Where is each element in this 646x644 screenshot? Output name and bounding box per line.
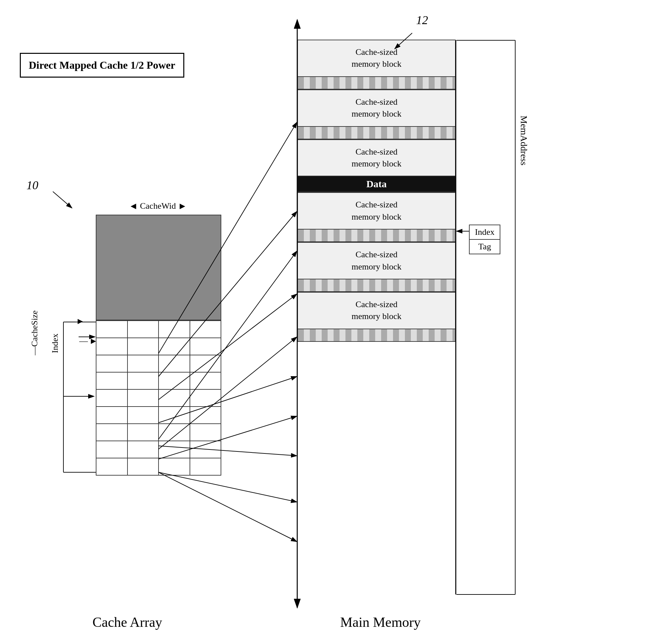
index-label-left: Index (50, 334, 60, 353)
cache-array-label: Cache Array (93, 614, 162, 630)
main-memory-label: Main Memory (340, 614, 421, 630)
cache-cell (128, 355, 159, 372)
annotation-12: 12 (416, 13, 428, 27)
svg-line-3 (53, 192, 72, 208)
cache-cell (159, 355, 190, 372)
cache-cell (128, 424, 159, 441)
index-tag-box: Index Tag (469, 225, 500, 254)
cache-cell (128, 407, 159, 423)
memory-segment-text: Cache-sizedmemory block (297, 192, 456, 229)
cache-cell (128, 372, 159, 389)
cache-cell (96, 321, 128, 337)
cache-wid-label: ◄ CacheWid ► (129, 201, 187, 211)
memory-stripe-bar (297, 229, 456, 242)
memory-segment: Cache-sizedmemory block (297, 192, 456, 242)
cache-cell (96, 458, 128, 475)
cache-cell (159, 390, 190, 406)
cache-cell (128, 441, 159, 458)
cache-row (96, 372, 221, 389)
title-text: Direct Mapped Cache 1/2 Power (29, 59, 175, 71)
memory-data-bar: Data (297, 176, 456, 192)
title-box: Direct Mapped Cache 1/2 Power (20, 53, 184, 78)
cache-cell (190, 372, 221, 389)
memory-segment: Cache-sizedmemory block (297, 292, 456, 342)
cache-row (96, 441, 221, 458)
cache-cell (128, 321, 159, 337)
memory-stripe-bar (297, 280, 456, 292)
cache-cell (190, 390, 221, 406)
memory-segment-text: Cache-sizedmemory block (297, 242, 456, 280)
cache-cell (190, 441, 221, 458)
memory-segment-text: Cache-sizedmemory block (297, 40, 456, 77)
cache-row (96, 406, 221, 423)
cache-cell (128, 390, 159, 406)
cache-cell (96, 424, 128, 441)
memory-segment: Cache-sizedmemory block (297, 242, 456, 292)
cache-cell (159, 321, 190, 337)
cache-cell (159, 424, 190, 441)
memory-stripe-bar (297, 77, 456, 90)
cache-cell (190, 458, 221, 475)
cache-row (96, 458, 221, 475)
memory-segment-text: Cache-sizedmemory block (297, 139, 456, 177)
diagram-container: Direct Mapped Cache 1/2 Power 12 10 ◄ Ca… (0, 0, 646, 644)
cache-cell (159, 338, 190, 355)
index-box: Index (469, 225, 500, 240)
cache-cell (190, 407, 221, 423)
main-memory-wrapper: Cache-sizedmemory blockCache-sizedmemory… (297, 40, 456, 342)
cache-size-label: —CacheSize (30, 310, 40, 355)
memory-segment-text: Cache-sizedmemory block (297, 292, 456, 329)
memory-segment: Cache-sizedmemory block (297, 90, 456, 139)
index-arrow: — ► (79, 336, 98, 346)
cache-cell (96, 338, 128, 355)
cache-cell (96, 355, 128, 372)
cache-row (96, 423, 221, 441)
cache-cell (190, 355, 221, 372)
cache-cell (190, 338, 221, 355)
cache-cell (190, 321, 221, 337)
cache-row (96, 389, 221, 406)
cache-cell (128, 458, 159, 475)
memory-segment: Cache-sizedmemory block (297, 40, 456, 90)
svg-line-18 (158, 472, 297, 542)
memory-stripe-bar (297, 127, 456, 139)
cache-cell (159, 407, 190, 423)
cache-row (96, 355, 221, 372)
svg-line-24 (158, 472, 297, 502)
mem-address-label: MemAddress (519, 116, 529, 166)
cache-size-arrow: — ► (66, 316, 85, 326)
cache-cell (159, 441, 190, 458)
cache-cell (96, 372, 128, 389)
cache-cell (190, 424, 221, 441)
cache-grid (96, 320, 221, 475)
cache-cell (96, 441, 128, 458)
cache-cell (128, 338, 159, 355)
cache-row (96, 320, 221, 337)
data-label: Data (366, 178, 387, 190)
memory-segment-text: Cache-sizedmemory block (297, 90, 456, 127)
cache-row (96, 337, 221, 355)
memory-stripe-bar (297, 329, 456, 342)
cache-cell (159, 458, 190, 475)
tag-box: Tag (469, 240, 500, 254)
annotation-10: 10 (26, 178, 38, 192)
cache-cell (96, 407, 128, 423)
cache-cell (159, 372, 190, 389)
cache-cell (96, 390, 128, 406)
memory-segment: Cache-sizedmemory blockData (297, 139, 456, 193)
cache-top-block (96, 215, 221, 320)
